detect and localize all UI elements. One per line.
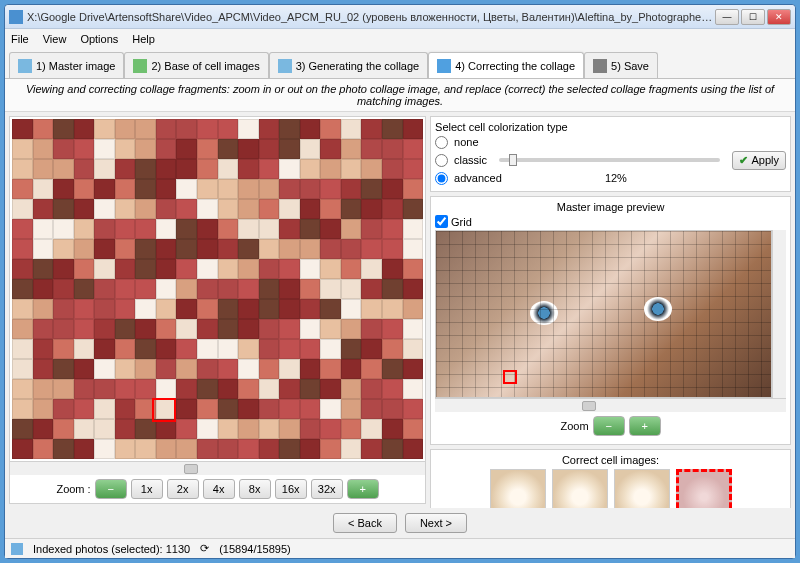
tabbar: 1) Master image 2) Base of cell images 3… — [5, 49, 795, 79]
grid-icon — [133, 59, 147, 73]
tab-correcting[interactable]: 4) Correcting the collage — [428, 52, 584, 78]
back-button[interactable]: < Back — [333, 513, 397, 533]
menu-view[interactable]: View — [43, 33, 67, 45]
image-icon — [18, 59, 32, 73]
grid-overlay — [436, 231, 771, 397]
tab-generating[interactable]: 3) Generating the collage — [269, 52, 429, 78]
photos-icon — [11, 543, 23, 555]
radio-classic[interactable] — [435, 154, 448, 167]
preview-title: Master image preview — [435, 201, 786, 213]
radio-advanced[interactable] — [435, 172, 448, 185]
status-indexed: Indexed photos (selected): 1130 — [33, 543, 190, 555]
tab-label: 4) Correcting the collage — [455, 60, 575, 72]
statusbar: Indexed photos (selected): 1130 ⟳ (15894… — [5, 538, 795, 558]
preview-zoom-row: Zoom − + — [435, 412, 786, 440]
save-icon — [593, 59, 607, 73]
next-button[interactable]: Next > — [405, 513, 467, 533]
grid-checkbox[interactable] — [435, 215, 448, 228]
colorization-panel: Select cell colorization type none class… — [430, 116, 791, 192]
instruction-text: Viewing and correcting collage fragments… — [5, 79, 795, 112]
app-window: X:\Google Drive\ArtensoftShare\Video_APC… — [4, 4, 796, 559]
tab-save[interactable]: 5) Save — [584, 52, 658, 78]
collage-mosaic[interactable] — [12, 119, 423, 459]
preview-selected-cell — [503, 370, 517, 384]
preview-zoom-label: Zoom — [560, 420, 588, 432]
menubar: File View Options Help — [5, 29, 795, 49]
tab-label: 2) Base of cell images — [151, 60, 259, 72]
zoom-label: Zoom : — [56, 483, 90, 495]
cube-icon — [437, 59, 451, 73]
colorize-percent: 12% — [508, 172, 724, 184]
zoom-in-button[interactable]: + — [347, 479, 379, 499]
right-column: Select cell colorization type none class… — [430, 116, 791, 504]
zoom-8x-button[interactable]: 8x — [239, 479, 271, 499]
preview-zoom-in-button[interactable]: + — [629, 416, 661, 436]
colorize-slider[interactable] — [499, 158, 720, 162]
zoom-2x-button[interactable]: 2x — [167, 479, 199, 499]
candidate-cell-4-selected[interactable] — [676, 469, 732, 508]
master-preview[interactable] — [435, 230, 772, 398]
collage-hscrollbar[interactable] — [10, 461, 425, 475]
zoom-out-button[interactable]: − — [95, 479, 127, 499]
collage-panel: Zoom : − 1x 2x 4x 8x 16x 32x + — [9, 116, 426, 504]
candidate-cell-1[interactable] — [490, 469, 546, 508]
titlebar: X:\Google Drive\ArtensoftShare\Video_APC… — [5, 5, 795, 29]
tab-label: 3) Generating the collage — [296, 60, 420, 72]
maximize-button[interactable]: ☐ — [741, 9, 765, 25]
radio-classic-label: classic — [454, 154, 487, 166]
close-button[interactable]: ✕ — [767, 9, 791, 25]
tab-base-cells[interactable]: 2) Base of cell images — [124, 52, 268, 78]
radio-advanced-label: advanced — [454, 172, 502, 184]
candidate-cell-2[interactable] — [552, 469, 608, 508]
zoom-32x-button[interactable]: 32x — [311, 479, 343, 499]
preview-vscrollbar[interactable] — [772, 230, 786, 398]
colorize-title: Select cell colorization type — [435, 121, 786, 133]
tab-label: 5) Save — [611, 60, 649, 72]
tab-label: 1) Master image — [36, 60, 115, 72]
wand-icon — [278, 59, 292, 73]
preview-zoom-out-button[interactable]: − — [593, 416, 625, 436]
radio-none-label: none — [454, 136, 478, 148]
zoom-4x-button[interactable]: 4x — [203, 479, 235, 499]
selected-cell-marker — [152, 398, 176, 422]
radio-none[interactable] — [435, 136, 448, 149]
check-icon: ✔ — [739, 154, 748, 167]
status-progress: (15894/15895) — [219, 543, 291, 555]
menu-help[interactable]: Help — [132, 33, 155, 45]
tab-master-image[interactable]: 1) Master image — [9, 52, 124, 78]
zoom-1x-button[interactable]: 1x — [131, 479, 163, 499]
menu-options[interactable]: Options — [80, 33, 118, 45]
scrollbar-thumb[interactable] — [184, 464, 198, 474]
correct-title: Correct cell images: — [435, 454, 786, 466]
nav-row: < Back Next > — [5, 508, 795, 538]
slider-knob[interactable] — [509, 154, 517, 166]
app-icon — [9, 10, 23, 24]
grid-label: Grid — [451, 216, 472, 228]
preview-panel: Master image preview Grid Zoom − + — [430, 196, 791, 445]
menu-file[interactable]: File — [11, 33, 29, 45]
zoom-16x-button[interactable]: 16x — [275, 479, 307, 499]
zoom-row: Zoom : − 1x 2x 4x 8x 16x 32x + — [10, 475, 425, 503]
apply-label: Apply — [751, 154, 779, 166]
scrollbar-thumb[interactable] — [582, 401, 596, 411]
spinner-icon: ⟳ — [200, 542, 209, 555]
content-area: Zoom : − 1x 2x 4x 8x 16x 32x + Select ce… — [5, 112, 795, 508]
window-title: X:\Google Drive\ArtensoftShare\Video_APC… — [27, 11, 715, 23]
apply-button[interactable]: ✔Apply — [732, 151, 786, 170]
correct-panel: Correct cell images: — [430, 449, 791, 508]
minimize-button[interactable]: — — [715, 9, 739, 25]
candidate-cell-3[interactable] — [614, 469, 670, 508]
preview-hscrollbar[interactable] — [435, 398, 786, 412]
